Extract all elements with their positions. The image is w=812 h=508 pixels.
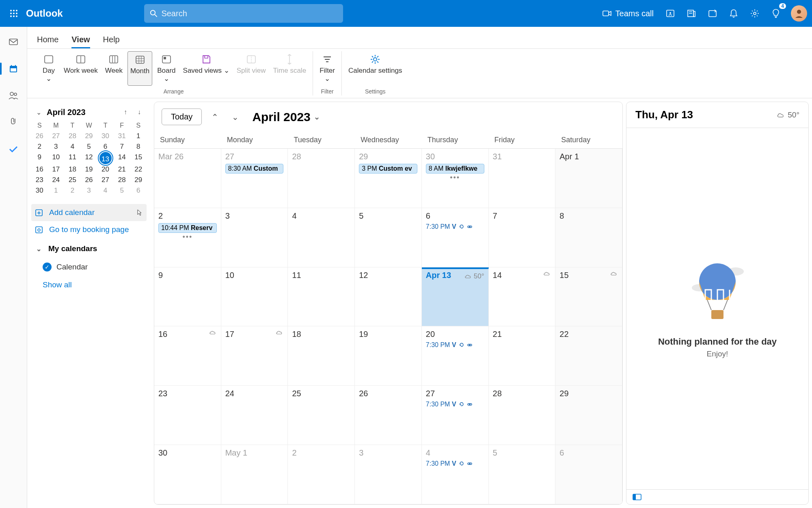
calendar-event[interactable]: 8:30 AM Custom: [225, 164, 284, 174]
minical-day[interactable]: 10: [48, 152, 65, 164]
prev-month-button[interactable]: ⌃: [207, 110, 222, 124]
calendar-event[interactable]: 3 PM Custom ev: [359, 164, 417, 174]
app-launcher[interactable]: [5, 4, 23, 22]
minical-day[interactable]: 23: [31, 175, 48, 185]
minical-day[interactable]: 3: [48, 141, 65, 152]
minical-prev[interactable]: ↑: [120, 106, 131, 118]
calendar-cell[interactable]: 12: [355, 267, 422, 327]
view-month-button[interactable]: Month: [127, 51, 152, 86]
calendar-cell[interactable]: 17: [221, 326, 288, 386]
view-day-button[interactable]: Day⌄: [39, 51, 59, 86]
calendar-item[interactable]: ✓ Calendar: [31, 259, 147, 275]
minical-day[interactable]: 14: [114, 152, 130, 164]
calendar-cell[interactable]: 308 AM lkwjeflkwe•••: [422, 149, 489, 208]
calendar-cell[interactable]: 24: [221, 386, 288, 445]
calendar-cell[interactable]: 67:30 PM V: [422, 208, 489, 267]
minical-day[interactable]: 26: [81, 175, 97, 185]
calendar-cell[interactable]: 16: [154, 326, 221, 386]
notifications-icon[interactable]: [724, 4, 743, 23]
tab-view[interactable]: View: [71, 35, 90, 48]
calendar-cell[interactable]: 26: [355, 386, 422, 445]
view-board-button[interactable]: Board⌄: [155, 51, 178, 86]
minical-day[interactable]: 17: [48, 164, 65, 175]
calendar-cell[interactable]: Mar 26: [154, 149, 221, 208]
search-box[interactable]: [144, 4, 343, 23]
minical-day[interactable]: 12: [81, 152, 97, 164]
today-button[interactable]: Today: [162, 109, 202, 125]
filter-button[interactable]: Filter⌄: [317, 51, 337, 86]
settings-icon[interactable]: [745, 4, 764, 23]
calendar-cell[interactable]: 9: [154, 267, 221, 327]
minical-day[interactable]: 25: [64, 175, 81, 185]
minical-day[interactable]: 8: [130, 141, 147, 152]
news-icon[interactable]: [682, 4, 701, 23]
minical-day[interactable]: 27: [48, 131, 65, 141]
add-calendar-button[interactable]: Add calendar: [31, 204, 147, 221]
minical-day[interactable]: 3: [81, 185, 97, 196]
minical-day[interactable]: 31: [114, 131, 130, 141]
calendar-cell[interactable]: Apr 1: [555, 149, 622, 208]
calendar-event[interactable]: 8 AM lkwjeflkwe: [426, 164, 484, 174]
minical-day[interactable]: 18: [64, 164, 81, 175]
calendar-cell[interactable]: 5: [355, 208, 422, 267]
show-all-link[interactable]: Show all: [31, 275, 147, 293]
minical-day[interactable]: 19: [81, 164, 97, 175]
minical-day[interactable]: 5: [81, 141, 97, 152]
calendar-settings-button[interactable]: Calendar settings: [346, 51, 404, 77]
calendar-cell[interactable]: 2: [288, 445, 355, 504]
calendar-cell[interactable]: 21: [489, 326, 556, 386]
todo-icon[interactable]: [5, 141, 22, 158]
calendar-cell[interactable]: 28: [288, 149, 355, 208]
minical-day[interactable]: 26: [31, 131, 48, 141]
calendar-cell[interactable]: 3: [355, 445, 422, 504]
calendar-cell[interactable]: 23: [154, 386, 221, 445]
view-week-button[interactable]: Week: [103, 51, 125, 86]
calendar-title[interactable]: April 2023 ⌄: [252, 110, 320, 124]
tips-icon[interactable]: 4: [767, 4, 785, 23]
minical-day[interactable]: 27: [97, 175, 114, 185]
minical-day[interactable]: 7: [114, 141, 130, 152]
calendar-cell[interactable]: 5: [489, 445, 556, 504]
calendar-cell[interactable]: 293 PM Custom ev: [355, 149, 422, 208]
calendar-cell[interactable]: 15: [555, 267, 622, 327]
calendar-cell[interactable]: 29: [555, 386, 622, 445]
minical-day[interactable]: 1: [130, 131, 147, 141]
calendar-cell[interactable]: 11: [288, 267, 355, 327]
minical-day[interactable]: 15: [130, 152, 147, 164]
day-icon[interactable]: [703, 4, 722, 23]
minical-day[interactable]: 11: [64, 152, 81, 164]
files-icon[interactable]: [5, 114, 22, 131]
booking-page-button[interactable]: Go to my booking page: [31, 221, 147, 238]
my-calendars-section[interactable]: ⌄ My calendars: [31, 238, 147, 259]
minical-day[interactable]: 16: [31, 164, 48, 175]
minical-day[interactable]: 29: [130, 175, 147, 185]
calendar-cell[interactable]: May 1: [221, 445, 288, 504]
minical-day[interactable]: 1: [48, 185, 65, 196]
calendar-event[interactable]: 7:30 PM V: [426, 401, 484, 408]
calendar-cell[interactable]: 25: [288, 386, 355, 445]
calendar-cell[interactable]: 3: [221, 208, 288, 267]
calendar-cell[interactable]: 14: [489, 267, 556, 327]
tab-home[interactable]: Home: [37, 35, 58, 48]
calendar-cell[interactable]: 210:44 PM Reserv•••: [154, 208, 221, 267]
minical-day[interactable]: 4: [64, 141, 81, 152]
minical-day[interactable]: 28: [114, 175, 130, 185]
calendar-cell[interactable]: 278:30 AM Custom: [221, 149, 288, 208]
calendar-cell[interactable]: 6: [555, 445, 622, 504]
minical-day[interactable]: 30: [97, 131, 114, 141]
minical-day[interactable]: 6: [97, 141, 114, 152]
calendar-cell[interactable]: 277:30 PM V: [422, 386, 489, 445]
minical-next[interactable]: ↓: [134, 106, 145, 118]
more-events[interactable]: •••: [426, 174, 484, 182]
collapse-minical-icon[interactable]: ⌄: [33, 106, 44, 118]
minical-day[interactable]: 2: [31, 141, 48, 152]
people-icon[interactable]: [5, 87, 22, 104]
saved-views-button[interactable]: Saved views ⌄: [181, 51, 232, 86]
minical-day[interactable]: 29: [81, 131, 97, 141]
minical-day[interactable]: 6: [130, 185, 147, 196]
calendar-event[interactable]: 7:30 PM V: [426, 223, 484, 230]
calendar-cell[interactable]: 22: [555, 326, 622, 386]
calendar-event[interactable]: 7:30 PM V: [426, 341, 484, 349]
calendar-icon[interactable]: [5, 60, 22, 77]
minical-day[interactable]: 28: [64, 131, 81, 141]
